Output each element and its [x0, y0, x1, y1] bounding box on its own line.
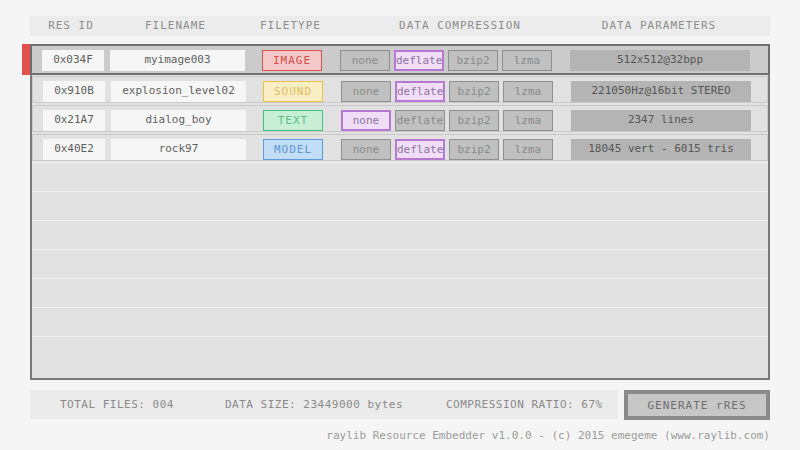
- compression-option-bzip2[interactable]: bzip2: [449, 81, 499, 102]
- compression-option-deflate[interactable]: deflate: [395, 139, 445, 160]
- compression-option-deflate[interactable]: deflate: [395, 110, 445, 131]
- empty-table-row: [32, 220, 768, 249]
- res-id-field[interactable]: 0x910B: [43, 81, 105, 102]
- compression-option-bzip2[interactable]: bzip2: [449, 139, 499, 160]
- generate-rres-button[interactable]: GENERATE rRES: [624, 390, 770, 420]
- res-id-field[interactable]: 0x034F: [42, 50, 104, 71]
- compression-option-bzip2[interactable]: bzip2: [448, 50, 498, 71]
- compression-toggle-group: nonedeflatebzip2lzma: [341, 81, 553, 102]
- filetype-badge[interactable]: MODEL: [263, 139, 323, 160]
- data-parameters-field: 512x512@32bpp: [570, 50, 750, 71]
- filename-field[interactable]: myimage003: [110, 50, 245, 71]
- compression-option-lzma[interactable]: lzma: [502, 50, 552, 71]
- compression-toggle-group: nonedeflatebzip2lzma: [341, 139, 553, 160]
- table-row: 0x21A7 dialog_boy TEXT nonedeflatebzip2l…: [32, 104, 768, 133]
- compression-option-bzip2[interactable]: bzip2: [449, 110, 499, 131]
- empty-table-row: [32, 249, 768, 278]
- footer-credits: raylib Resource Embedder v1.0.0 - (c) 20…: [326, 429, 770, 442]
- compression-toggle-group: nonedeflatebzip2lzma: [340, 50, 552, 71]
- filetype-badge[interactable]: SOUND: [263, 81, 323, 102]
- column-header-data-compression: DATA COMPRESSION: [338, 16, 582, 36]
- column-header-res-id: RES ID: [40, 16, 102, 36]
- total-files-label: TOTAL FILES: 004: [60, 390, 174, 419]
- compression-option-lzma[interactable]: lzma: [503, 81, 553, 102]
- data-parameters-field: 18045 vert - 6015 tris: [571, 139, 751, 160]
- status-bar: TOTAL FILES: 004 DATA SIZE: 23449000 byt…: [30, 390, 618, 419]
- compression-toggle-group: nonedeflatebzip2lzma: [341, 110, 553, 131]
- table-column-header: RES ID FILENAME FILETYPE DATA COMPRESSIO…: [30, 16, 770, 36]
- compression-option-lzma[interactable]: lzma: [503, 110, 553, 131]
- empty-table-row: [32, 162, 768, 191]
- filename-field[interactable]: dialog_boy: [111, 110, 246, 131]
- resource-embedder-window: RES ID FILENAME FILETYPE DATA COMPRESSIO…: [0, 0, 800, 450]
- table-row-panel: 0x40E2 rock97 MODEL nonedeflatebzip2lzma…: [32, 134, 768, 161]
- table-row-panel: 0x21A7 dialog_boy TEXT nonedeflatebzip2l…: [32, 105, 768, 132]
- res-id-field[interactable]: 0x21A7: [43, 110, 105, 131]
- compression-option-deflate[interactable]: deflate: [394, 50, 444, 71]
- table-row: 0x034F myimage003 IMAGE nonedeflatebzip2…: [32, 46, 768, 75]
- active-row-marker-icon: [22, 44, 30, 75]
- table-row: 0x40E2 rock97 MODEL nonedeflatebzip2lzma…: [32, 133, 768, 162]
- column-header-data-parameters: DATA PARAMETERS: [568, 16, 750, 36]
- res-id-field[interactable]: 0x40E2: [43, 139, 105, 160]
- compression-option-none[interactable]: none: [341, 139, 391, 160]
- empty-table-row: [32, 307, 768, 336]
- filename-field[interactable]: rock97: [111, 139, 246, 160]
- resource-table: 0x034F myimage003 IMAGE nonedeflatebzip2…: [30, 44, 770, 380]
- data-parameters-field: 2347 lines: [571, 110, 751, 131]
- table-row-panel: 0x910B explosion_level02 SOUND nonedefla…: [32, 76, 768, 103]
- table-row-panel: 0x034F myimage003 IMAGE nonedeflatebzip2…: [30, 44, 770, 75]
- empty-table-row: [32, 191, 768, 220]
- empty-table-row: [32, 336, 768, 365]
- compression-option-lzma[interactable]: lzma: [503, 139, 553, 160]
- filetype-badge[interactable]: TEXT: [263, 110, 323, 131]
- empty-table-row: [32, 278, 768, 307]
- compression-option-none[interactable]: none: [341, 110, 391, 131]
- data-size-label: DATA SIZE: 23449000 bytes: [225, 390, 403, 419]
- compression-option-none[interactable]: none: [341, 81, 391, 102]
- data-parameters-field: 221050Hz@16bit STEREO: [571, 81, 751, 102]
- table-row: 0x910B explosion_level02 SOUND nonedefla…: [32, 75, 768, 104]
- compression-ratio-label: COMPRESSION RATIO: 67%: [446, 390, 603, 419]
- compression-option-none[interactable]: none: [340, 50, 390, 71]
- filetype-badge[interactable]: IMAGE: [262, 50, 322, 71]
- compression-option-deflate[interactable]: deflate: [395, 81, 445, 102]
- column-header-filetype: FILETYPE: [260, 16, 320, 36]
- column-header-filename: FILENAME: [108, 16, 243, 36]
- filename-field[interactable]: explosion_level02: [111, 81, 246, 102]
